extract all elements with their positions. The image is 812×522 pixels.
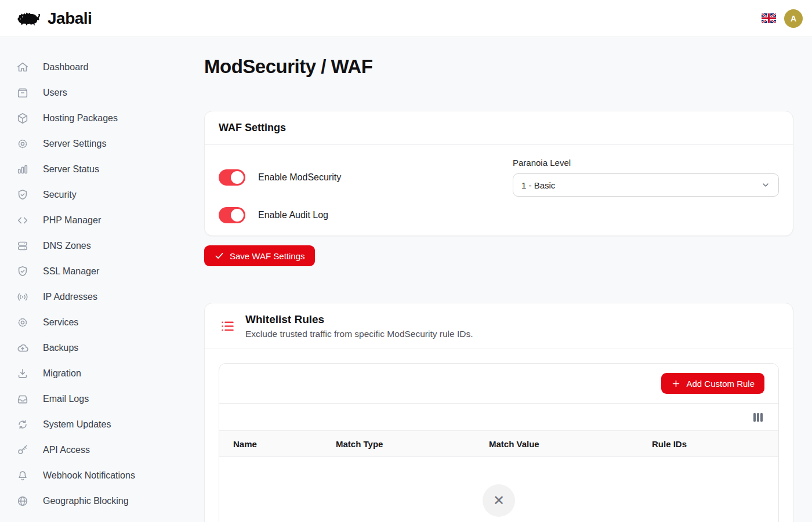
paranoia-level-label: Paranoia Level [513, 158, 779, 168]
globe-icon [16, 495, 29, 507]
sidebar-item-label: Migration [43, 368, 81, 379]
paranoia-level-value: 1 - Basic [521, 180, 555, 190]
column-header-match-value[interactable]: Match Value [475, 439, 638, 449]
archive-icon [16, 86, 29, 99]
enable-modsecurity-label: Enable ModSecurity [258, 172, 341, 183]
sidebar-item-label: Server Status [43, 164, 99, 175]
brand[interactable]: Jabali [15, 9, 92, 28]
sidebar-item-label: Server Settings [43, 139, 106, 149]
x-icon: ✕ [493, 494, 505, 507]
sidebar-item-hosting-packages[interactable]: Hosting Packages [0, 106, 204, 131]
enable-auditlog-label: Enable Audit Log [258, 210, 328, 220]
sidebar-item-dns-zones[interactable]: DNS Zones [0, 233, 204, 259]
sidebar-item-label: System Updates [43, 419, 111, 430]
list-icon [220, 318, 235, 334]
waf-card-title: WAF Settings [219, 122, 779, 134]
whitelist-rules-card: Whitelist Rules Exclude trusted traffic … [204, 303, 793, 522]
sidebar-item-label: Email Logs [43, 394, 89, 404]
main-content: ModSecurity / WAF WAF Settings Enable Mo… [204, 37, 812, 522]
column-header-name[interactable]: Name [219, 439, 322, 449]
package-icon [16, 112, 29, 125]
sidebar-item-webhook-notifications[interactable]: Webhook Notifications [0, 463, 204, 488]
whitelist-header: Whitelist Rules Exclude trusted traffic … [205, 303, 793, 349]
gear-icon [16, 137, 29, 150]
boar-logo-icon [15, 9, 42, 28]
key-icon [16, 444, 29, 456]
toggle-knob [231, 209, 244, 222]
sidebar-item-backups[interactable]: Backups [0, 335, 204, 361]
home-icon [16, 61, 29, 74]
paranoia-level-field: Paranoia Level 1 - Basic [513, 158, 779, 197]
sidebar-item-label: API Access [43, 445, 90, 455]
download-icon [16, 367, 29, 380]
sidebar-item-dashboard[interactable]: Dashboard [0, 55, 204, 80]
sidebar-item-label: Services [43, 317, 78, 328]
broadcast-icon [16, 291, 29, 303]
sidebar-item-server-status[interactable]: Server Status [0, 157, 204, 182]
sidebar-item-api-access[interactable]: API Access [0, 437, 204, 463]
toggle-knob [231, 171, 244, 184]
paranoia-level-select[interactable]: 1 - Basic [513, 173, 779, 197]
sidebar-item-server-settings[interactable]: Server Settings [0, 131, 204, 157]
shield-check-icon [16, 188, 29, 201]
chevron-down-icon [761, 180, 770, 190]
sidebar-item-label: Hosting Packages [43, 113, 118, 124]
save-waf-settings-button[interactable]: Save WAF Settings [204, 245, 315, 266]
sidebar-item-label: PHP Manager [43, 215, 101, 226]
whitelist-table-container: Add Custom Rule Name Match Type Match Va… [219, 363, 779, 522]
shield-check-icon [16, 265, 29, 278]
waf-settings-card: WAF Settings Enable ModSecurity Paranoia… [204, 111, 793, 236]
column-header-match-type[interactable]: Match Type [322, 439, 475, 449]
whitelist-subtitle: Exclude trusted traffic from specific Mo… [245, 329, 473, 339]
enable-modsecurity-toggle[interactable] [219, 169, 245, 186]
sidebar: Dashboard Users Hosting Packages Server … [0, 37, 204, 522]
sidebar-item-label: Dashboard [43, 62, 88, 72]
topbar: Jabali A [0, 0, 812, 37]
whitelist-title: Whitelist Rules [245, 313, 473, 326]
waf-card-header: WAF Settings [205, 111, 793, 145]
table-empty-state: ✕ [219, 457, 778, 517]
uk-flag-icon[interactable] [762, 13, 776, 23]
empty-state-circle: ✕ [483, 484, 515, 517]
sidebar-item-ssl-manager[interactable]: SSL Manager [0, 259, 204, 284]
enable-auditlog-toggle[interactable] [219, 207, 245, 223]
sidebar-item-label: DNS Zones [43, 241, 91, 251]
sidebar-item-php-manager[interactable]: PHP Manager [0, 208, 204, 233]
check-icon [214, 251, 224, 261]
sidebar-item-label: Backups [43, 343, 78, 353]
cloud-upload-icon [16, 342, 29, 354]
sidebar-item-label: Webhook Notifications [43, 470, 135, 481]
sidebar-item-label: SSL Manager [43, 266, 99, 277]
enable-auditlog-row: Enable Audit Log [219, 207, 779, 223]
bar-chart-icon [16, 163, 29, 176]
sidebar-item-security[interactable]: Security [0, 182, 204, 208]
sidebar-item-label: Users [43, 88, 67, 98]
sidebar-item-users[interactable]: Users [0, 80, 204, 106]
gear-icon [16, 316, 29, 329]
sidebar-item-geographic-blocking[interactable]: Geographic Blocking [0, 488, 204, 514]
code-icon [16, 214, 29, 227]
sidebar-item-label: Security [43, 190, 77, 200]
brand-name: Jabali [48, 9, 92, 28]
refresh-icon [16, 418, 29, 431]
add-custom-rule-label: Add Custom Rule [686, 379, 755, 389]
table-toolbar: Add Custom Rule [219, 364, 778, 404]
sidebar-item-services[interactable]: Services [0, 310, 204, 335]
bell-icon [16, 469, 29, 482]
columns-icon[interactable] [753, 413, 763, 422]
sidebar-item-label: Geographic Blocking [43, 496, 129, 506]
add-custom-rule-button[interactable]: Add Custom Rule [661, 373, 764, 394]
sidebar-item-ip-addresses[interactable]: IP Addresses [0, 284, 204, 310]
table-header-row: Name Match Type Match Value Rule IDs [219, 430, 778, 457]
sidebar-item-system-updates[interactable]: System Updates [0, 412, 204, 437]
save-button-label: Save WAF Settings [230, 251, 305, 261]
column-header-rule-ids[interactable]: Rule IDs [638, 439, 778, 449]
sidebar-item-migration[interactable]: Migration [0, 361, 204, 386]
sidebar-item-label: IP Addresses [43, 292, 97, 302]
table-options-bar [219, 404, 778, 430]
page-title: ModSecurity / WAF [204, 56, 793, 78]
plus-icon [671, 379, 681, 389]
avatar[interactable]: A [784, 9, 803, 28]
sidebar-item-email-logs[interactable]: Email Logs [0, 386, 204, 412]
inbox-icon [16, 393, 29, 405]
